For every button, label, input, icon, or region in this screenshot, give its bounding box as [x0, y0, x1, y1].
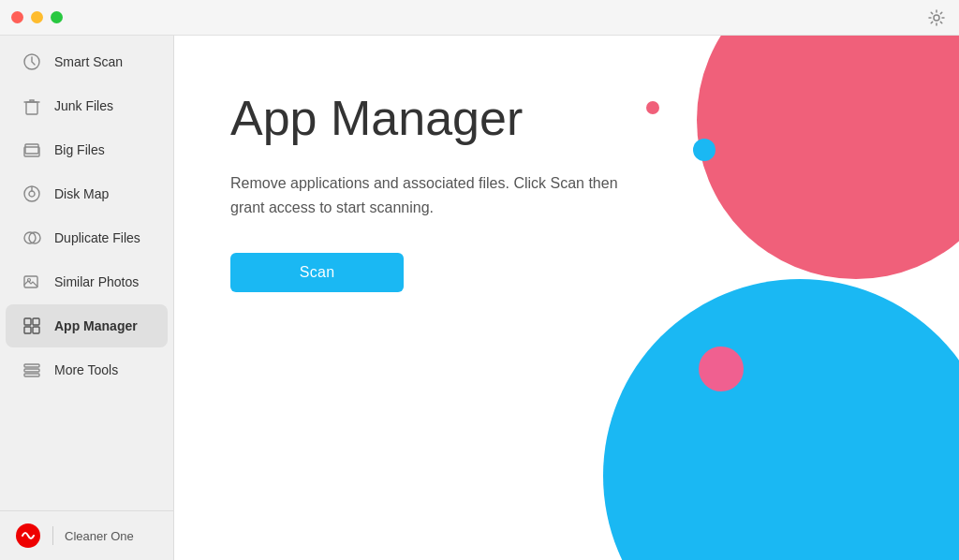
- sidebar-item-junk-files[interactable]: Junk Files: [6, 84, 168, 127]
- sidebar-item-more-tools[interactable]: More Tools: [6, 348, 168, 391]
- content-text-block: App Manager Remove applications and asso…: [230, 92, 624, 292]
- disk-map-icon: [21, 183, 43, 205]
- svg-rect-15: [33, 327, 39, 333]
- sidebar-item-label: More Tools: [54, 362, 118, 377]
- product-name: Cleaner One: [65, 529, 134, 543]
- svg-rect-2: [26, 102, 37, 114]
- sidebar-item-label: Smart Scan: [54, 54, 123, 69]
- sidebar-item-label: Disk Map: [54, 186, 109, 201]
- sidebar-item-duplicate-files[interactable]: Duplicate Files: [6, 216, 168, 259]
- close-button[interactable]: [11, 11, 23, 23]
- svg-rect-4: [24, 147, 39, 156]
- settings-icon[interactable]: [925, 7, 948, 29]
- sidebar-item-similar-photos[interactable]: Similar Photos: [6, 260, 168, 303]
- app-manager-icon: [21, 315, 43, 337]
- main-content: App Manager Remove applications and asso…: [174, 36, 959, 560]
- sidebar-item-smart-scan[interactable]: Smart Scan: [6, 40, 168, 83]
- decorative-circles: [566, 36, 959, 560]
- smart-scan-icon: [21, 51, 43, 73]
- duplicate-files-icon: [21, 227, 43, 249]
- svg-rect-14: [24, 327, 31, 333]
- sidebar-item-label: Duplicate Files: [54, 230, 140, 245]
- trend-micro-logo-icon: [15, 523, 41, 549]
- footer-divider: [52, 526, 53, 545]
- svg-point-6: [29, 191, 35, 197]
- big-files-icon: [21, 139, 43, 161]
- sidebar-item-disk-map[interactable]: Disk Map: [6, 172, 168, 215]
- similar-photos-icon: [21, 271, 43, 293]
- svg-rect-12: [24, 318, 31, 325]
- svg-rect-13: [33, 318, 39, 325]
- circle-pink-large: [697, 36, 959, 279]
- svg-point-0: [934, 15, 939, 21]
- maximize-button[interactable]: [51, 11, 63, 23]
- sidebar-item-label: Big Files: [54, 142, 105, 157]
- minimize-button[interactable]: [31, 11, 43, 23]
- sidebar-item-big-files[interactable]: Big Files: [6, 128, 168, 171]
- sidebar-footer: Cleaner One: [0, 510, 173, 560]
- circle-pink-dot: [646, 101, 659, 114]
- sidebar-item-label: Junk Files: [54, 98, 113, 113]
- more-tools-icon: [21, 359, 43, 381]
- svg-rect-16: [24, 364, 39, 367]
- trend-logo: [15, 523, 41, 549]
- circle-cyan-large: [603, 279, 959, 560]
- svg-rect-10: [24, 276, 37, 287]
- titlebar: [0, 0, 959, 36]
- sidebar: Smart Scan Junk Files: [0, 36, 174, 560]
- app-body: Smart Scan Junk Files: [0, 36, 959, 560]
- svg-rect-3: [25, 144, 38, 154]
- sidebar-item-label: Similar Photos: [54, 274, 139, 289]
- sidebar-nav: Smart Scan Junk Files: [0, 36, 173, 510]
- page-title: App Manager: [230, 92, 624, 145]
- traffic-lights: [11, 11, 63, 23]
- sidebar-item-label: App Manager: [54, 318, 138, 333]
- svg-rect-17: [24, 369, 39, 372]
- sidebar-item-app-manager[interactable]: App Manager: [6, 304, 168, 347]
- junk-files-icon: [21, 95, 43, 117]
- circle-pink-small: [699, 346, 744, 391]
- scan-button[interactable]: Scan: [230, 253, 404, 292]
- circle-cyan-small: [693, 139, 716, 161]
- svg-rect-18: [24, 374, 39, 376]
- page-description: Remove applications and associated files…: [230, 171, 624, 219]
